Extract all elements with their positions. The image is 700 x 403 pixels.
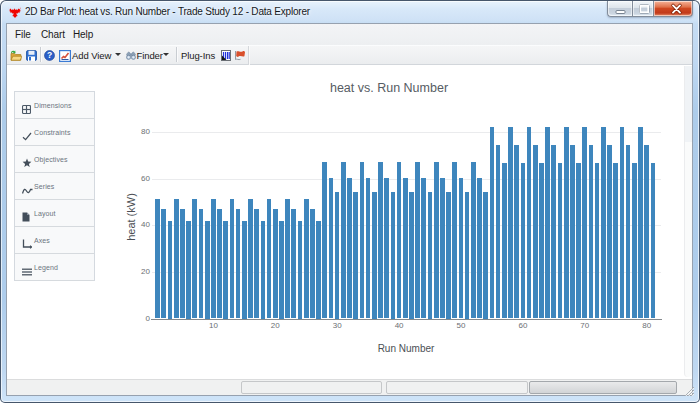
svg-text:?: ? [47, 50, 52, 60]
